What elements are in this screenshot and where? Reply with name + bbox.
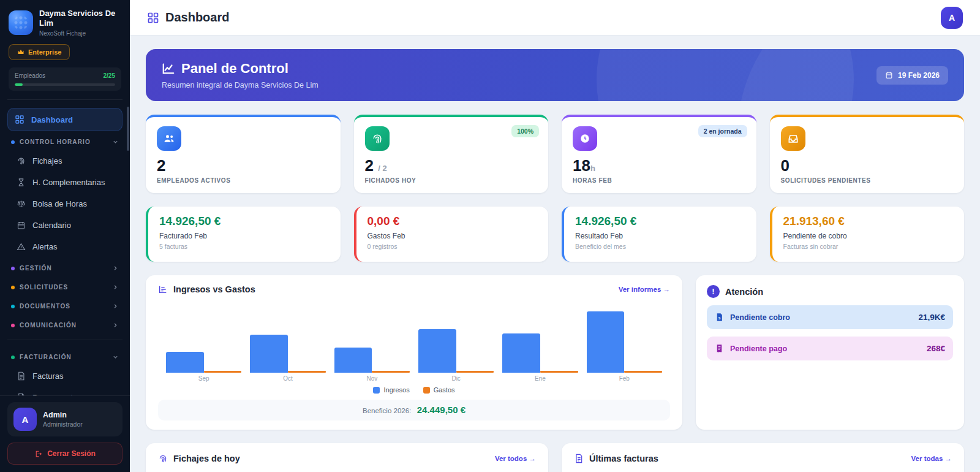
user-card[interactable]: A Admin Administrador <box>7 402 123 436</box>
finance-card-resultado[interactable]: 14.926,50 € Resultado Feb Beneficio del … <box>562 207 756 262</box>
gastos-bar[interactable] <box>624 371 662 373</box>
atencion-title: ! Atención <box>707 285 763 298</box>
finance-card-facturado[interactable]: 14.926,50 € Facturado Feb 5 facturas <box>146 207 341 262</box>
main-area: Dashboard A Panel de Control Resumen int… <box>130 0 980 472</box>
sidebar-item-facturas[interactable]: Facturas <box>10 365 123 387</box>
product-name: NexoSoft Fichaje <box>39 30 121 37</box>
ingresos-bar[interactable] <box>418 329 456 373</box>
stat-card-horas-feb[interactable]: 2 en jornada 18h HORAS FEB <box>562 115 756 193</box>
hourglass-icon <box>17 178 26 187</box>
section-gestion[interactable]: GESTIÓN <box>7 257 123 276</box>
bar-group: Ene <box>498 302 582 383</box>
bar-group: Sep <box>162 302 246 383</box>
finance-label: Resultado Feb <box>575 232 745 240</box>
section-control-horario[interactable]: CONTROL HORARIO <box>7 131 123 150</box>
gastos-bar[interactable] <box>204 371 242 373</box>
ingresos-bar[interactable] <box>166 352 204 373</box>
scales-icon <box>17 199 26 208</box>
usage-progress-track <box>15 83 115 86</box>
sidebar-footer: A Admin Administrador Cerrar Sesión <box>0 395 130 472</box>
sidebar-brand-block: Dayma Servicios De Lim NexoSoft Fichaje … <box>0 0 130 97</box>
gastos-bar[interactable] <box>372 371 410 373</box>
x-tick-label: Sep <box>162 375 246 383</box>
gastos-bar[interactable] <box>456 371 494 373</box>
ingresos-vs-gastos-card: Ingresos vs Gastos Ver informes → SepOct… <box>146 275 682 430</box>
usage-label: Empleados <box>15 72 45 79</box>
logout-button[interactable]: Cerrar Sesión <box>7 443 123 465</box>
page-title: Dashboard <box>147 10 229 25</box>
finance-amount: 14.926,50 € <box>575 215 745 228</box>
chart-legend: IngresosGastos <box>158 386 670 394</box>
clock-icon <box>573 126 597 151</box>
finance-sub: Beneficio del mes <box>575 243 745 250</box>
usage-progress-fill <box>15 83 23 86</box>
invoice-icon <box>17 371 26 381</box>
sidebar-item-dashboard[interactable]: Dashboard <box>7 108 123 131</box>
section-dot <box>11 305 15 308</box>
finance-card-gastos[interactable]: 0,00 € Gastos Feb 0 registros <box>354 207 549 262</box>
sidebar-item-calendario[interactable]: Calendario <box>10 215 123 236</box>
svg-text:$: $ <box>718 316 721 320</box>
pendiente-cobro-row[interactable]: $ Pendiente cobro 21,9K€ <box>707 305 953 329</box>
status-badge: 100% <box>511 125 539 137</box>
section-facturacion[interactable]: FACTURACIÓN <box>7 346 123 365</box>
x-tick-label: Feb <box>582 375 666 383</box>
dashboard-content: Panel de Control Resumen integral de Day… <box>130 36 980 472</box>
finance-row: 14.926,50 € Facturado Feb 5 facturas 0,0… <box>146 207 964 262</box>
date-chip[interactable]: 19 Feb 2026 <box>876 66 948 85</box>
beneficio-label: Beneficio 2026: <box>363 407 411 414</box>
finance-amount: 14.926,50 € <box>159 215 330 228</box>
sidebar-item-h-complementarias[interactable]: H. Complementarias <box>10 172 123 193</box>
ver-informes-link[interactable]: Ver informes → <box>619 286 670 293</box>
legend-item[interactable]: Ingresos <box>373 386 409 394</box>
fichajes-de-hoy-card: Fichajes de hoy Ver todos → <box>146 443 548 472</box>
ingresos-bar[interactable] <box>587 311 625 373</box>
stat-card-solicitudes-pendientes[interactable]: 0 SOLICITUDES PENDIENTES <box>770 115 965 193</box>
banner-subtitle: Resumen integral de Dayma Servicios De L… <box>162 81 318 89</box>
sidebar-item-fichajes[interactable]: Fichajes <box>10 150 123 172</box>
finance-label: Facturado Feb <box>159 232 330 240</box>
pendiente-pago-row[interactable]: Pendiente pago 268€ <box>707 337 953 360</box>
gastos-bar[interactable] <box>540 371 578 373</box>
legend-label: Gastos <box>434 386 455 394</box>
middle-row: Ingresos vs Gastos Ver informes → SepOct… <box>146 275 964 430</box>
chart-footer: Beneficio 2026: 24.449,50 € <box>158 400 670 421</box>
chevron-down-icon <box>112 354 119 360</box>
stat-label: FICHADOS HOY <box>365 177 538 184</box>
section-documentos[interactable]: DOCUMENTOS <box>7 295 123 314</box>
section-solicitudes[interactable]: SOLICITUDES <box>7 276 123 295</box>
stat-value: 0 <box>781 158 954 173</box>
sidebar-scrollbar[interactable] <box>127 107 129 151</box>
sidebar-item-alertas[interactable]: Alertas <box>10 236 123 257</box>
gastos-bar[interactable] <box>288 371 326 373</box>
ver-todas-link[interactable]: Ver todas → <box>911 455 952 462</box>
divider <box>7 99 123 100</box>
sidebar-nav: Dashboard CONTROL HORARIO Fichajes H. Co… <box>0 102 130 395</box>
finance-card-pendiente-cobro[interactable]: 21.913,60 € Pendiente de cobro Facturas … <box>770 207 965 262</box>
section-comunicacion[interactable]: COMUNICACIÓN <box>7 314 123 333</box>
ingresos-bar[interactable] <box>502 333 540 373</box>
legend-label: Ingresos <box>383 386 409 394</box>
divider <box>7 340 123 340</box>
ver-todos-link[interactable]: Ver todos → <box>495 455 536 462</box>
inbox-icon <box>781 126 805 151</box>
stat-card-empleados-activos[interactable]: 2 EMPLEADOS ACTIVOS <box>146 115 341 193</box>
avatar[interactable]: A <box>941 7 963 29</box>
usage-value: 2/25 <box>104 72 115 79</box>
user-role: Administrador <box>43 421 83 428</box>
stat-label: HORAS FEB <box>573 177 745 184</box>
legend-item[interactable]: Gastos <box>423 386 455 394</box>
sidebar-item-presupuestos[interactable]: Presupuestos <box>10 387 123 395</box>
x-tick-label: Ene <box>498 375 582 383</box>
finance-amount: 0,00 € <box>368 215 538 228</box>
ingresos-bar[interactable] <box>250 335 288 373</box>
plan-badge: Enterprise <box>9 44 70 60</box>
bar-group: Oct <box>246 302 330 383</box>
ingresos-bar[interactable] <box>334 348 372 373</box>
fingerprint-icon <box>158 454 168 463</box>
sidebar-item-bolsa-de-horas[interactable]: Bolsa de Horas <box>10 193 123 215</box>
fingerprint-icon <box>365 126 390 151</box>
stat-card-fichados-hoy[interactable]: 100% 2 / 2 FICHADOS HOY <box>354 115 549 193</box>
chevron-down-icon <box>112 139 119 145</box>
fingerprint-icon <box>17 156 26 166</box>
